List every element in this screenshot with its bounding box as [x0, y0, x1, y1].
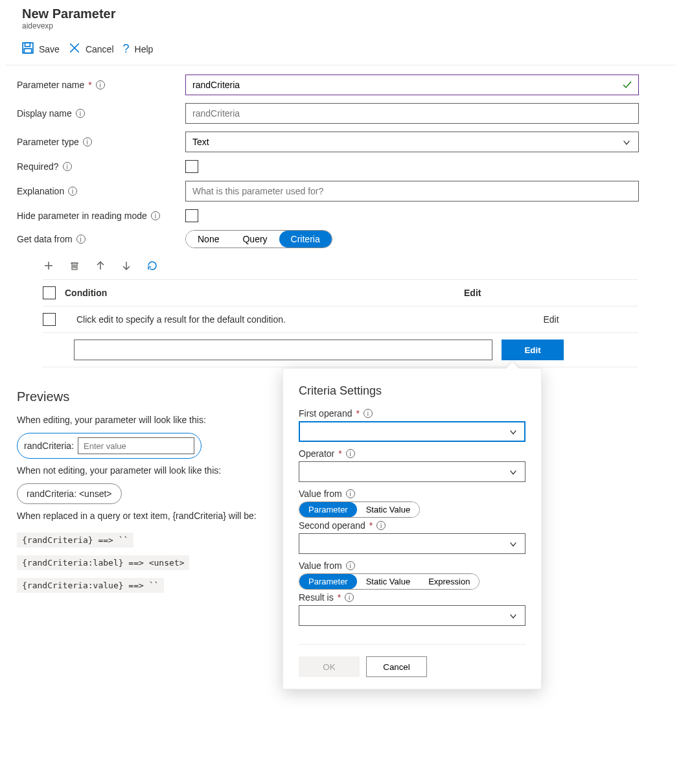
result-is-label: Result is	[299, 592, 334, 603]
param-name-input[interactable]	[185, 75, 639, 95]
info-icon[interactable]: i	[83, 137, 92, 146]
required-asterisk: *	[88, 80, 91, 90]
save-icon	[22, 42, 34, 56]
close-icon	[69, 42, 80, 56]
operator-select[interactable]	[299, 461, 525, 482]
first-operand-select[interactable]	[299, 421, 525, 442]
preview-editing-pill: randCriteria:	[17, 433, 202, 459]
info-icon[interactable]: i	[68, 187, 77, 196]
value-from-2-segmented: Parameter Static Value Expression	[299, 573, 479, 590]
info-icon[interactable]: i	[151, 211, 160, 220]
info-icon[interactable]: i	[96, 80, 105, 89]
col-condition: Condition	[65, 288, 107, 298]
ok-button[interactable]: OK	[299, 656, 360, 677]
info-icon[interactable]: i	[364, 409, 373, 418]
info-icon[interactable]: i	[76, 235, 86, 244]
criteria-text-input[interactable]	[74, 340, 492, 360]
required-label: Required?	[17, 161, 59, 172]
operator-label: Operator	[299, 448, 334, 459]
default-condition-text: Click edit to specify a result for the d…	[76, 314, 286, 325]
info-icon[interactable]: i	[346, 489, 355, 498]
help-icon: ?	[123, 42, 130, 56]
refresh-icon[interactable]	[146, 260, 158, 271]
display-name-input[interactable]	[185, 103, 639, 124]
hide-checkbox[interactable]	[185, 209, 198, 222]
help-button[interactable]: ? Help	[123, 42, 154, 56]
save-button[interactable]: Save	[22, 42, 60, 56]
required-checkbox[interactable]	[185, 160, 198, 173]
info-icon[interactable]: i	[76, 109, 85, 118]
explanation-label: Explanation	[17, 186, 64, 196]
value-from-1-segmented: Parameter Static Value	[299, 502, 420, 518]
vf1-static[interactable]: Static Value	[357, 502, 419, 517]
info-icon[interactable]: i	[346, 449, 355, 458]
first-operand-label: First operand	[299, 408, 352, 419]
display-name-label: Display name	[17, 108, 72, 119]
preview-pill-label: randCriteria:	[24, 441, 74, 451]
seg-criteria[interactable]: Criteria	[279, 231, 332, 248]
svg-rect-1	[25, 43, 30, 47]
required-asterisk: *	[356, 408, 359, 419]
value-from-2-label: Value from	[299, 560, 342, 571]
preview-code-1: {randCriteria} ==> ``	[17, 533, 133, 548]
seg-none[interactable]: None	[186, 231, 231, 248]
edit-link[interactable]: Edit	[543, 314, 559, 325]
get-data-segmented: None Query Criteria	[185, 230, 332, 248]
delete-icon[interactable]	[69, 260, 80, 271]
move-up-icon[interactable]	[95, 260, 106, 271]
panel-subtitle: aidevexp	[22, 21, 664, 30]
criteria-settings-popup: Criteria Settings First operand * i Oper…	[283, 368, 542, 689]
required-asterisk: *	[338, 448, 341, 459]
required-asterisk: *	[369, 520, 373, 531]
preview-pill-input[interactable]	[78, 437, 194, 454]
grid-select-all-checkbox[interactable]	[43, 286, 56, 299]
param-type-select[interactable]	[185, 132, 639, 152]
svg-rect-2	[24, 49, 31, 53]
get-data-label: Get data from	[17, 234, 73, 244]
seg-query[interactable]: Query	[231, 231, 279, 248]
valid-check-icon	[622, 80, 632, 92]
preview-code-3: {randCriteria:value} ==> ``	[17, 578, 164, 593]
panel-title: New Parameter	[22, 6, 664, 21]
info-icon[interactable]: i	[345, 593, 354, 602]
explanation-input[interactable]	[185, 181, 639, 202]
move-down-icon[interactable]	[121, 260, 132, 271]
vf2-expression[interactable]: Expression	[419, 574, 479, 589]
add-icon[interactable]	[43, 260, 54, 271]
info-icon[interactable]: i	[346, 561, 355, 570]
info-icon[interactable]: i	[63, 162, 72, 171]
cancel-button[interactable]: Cancel	[69, 42, 114, 56]
param-name-label: Parameter name	[17, 80, 84, 90]
popup-title: Criteria Settings	[299, 384, 525, 398]
second-operand-label: Second operand	[299, 520, 365, 531]
vf1-parameter[interactable]: Parameter	[299, 502, 357, 517]
required-asterisk: *	[338, 592, 341, 603]
edit-button[interactable]: Edit	[502, 340, 564, 360]
preview-code-2: {randCriteria:label} ==> <unset>	[17, 555, 189, 570]
hide-label: Hide parameter in reading mode	[17, 211, 147, 221]
value-from-1-label: Value from	[299, 489, 342, 499]
cancel-popup-button[interactable]: Cancel	[366, 656, 427, 677]
second-operand-select[interactable]	[299, 533, 525, 554]
vf2-parameter[interactable]: Parameter	[299, 574, 357, 589]
vf2-static[interactable]: Static Value	[357, 574, 419, 589]
info-icon[interactable]: i	[376, 521, 386, 530]
col-edit: Edit	[464, 288, 638, 298]
preview-unset-pill: randCriteria: <unset>	[17, 483, 122, 504]
grid-row-checkbox[interactable]	[43, 313, 56, 326]
result-is-select[interactable]	[299, 605, 525, 626]
param-type-label: Parameter type	[17, 137, 79, 147]
